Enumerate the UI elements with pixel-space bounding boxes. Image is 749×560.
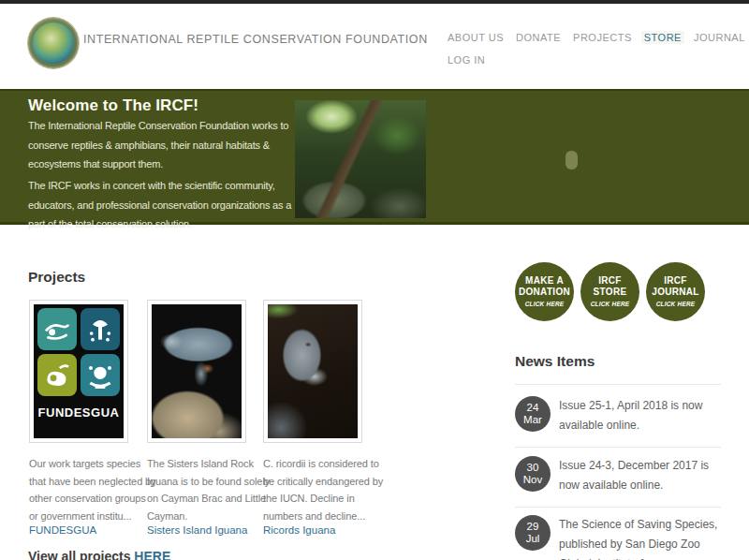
carousel-scroll-thumb[interactable] (565, 151, 578, 169)
main-nav-row2: LOG IN (448, 54, 485, 66)
project-card-sisters-island[interactable] (147, 300, 246, 443)
ircf-store-button[interactable]: IRCF STORE CLICK HERE (580, 262, 639, 321)
view-all-projects: View all projects HERE (28, 549, 170, 560)
news-month: Nov (515, 474, 551, 486)
page: INTERNATIONAL REPTILE CONSERVATION FOUND… (0, 0, 749, 560)
news-day: 30 (515, 462, 551, 474)
hero-paragraph-1: The International Reptile Conservation F… (28, 116, 298, 174)
journal-button-line2: JOURNAL (646, 287, 705, 298)
fundesgua-frog-icon (37, 354, 77, 396)
store-button-line2: STORE (580, 287, 639, 298)
main-nav: ABOUT US DONATE PROJECTS STORE JOURNAL (448, 32, 745, 43)
fundesgua-logo-text: FUNDESGUA (37, 405, 120, 420)
project-link-fundesgua[interactable]: FUNDESGUA (29, 524, 96, 536)
hero-paragraph-2: The IRCF works in concert with the scien… (28, 176, 298, 234)
store-button-line1: IRCF (580, 275, 639, 287)
fundesgua-tiles (37, 308, 120, 396)
news-month: Jul (515, 533, 551, 545)
news-divider (515, 447, 721, 448)
news-day: 24 (515, 402, 551, 414)
news-divider (515, 507, 721, 508)
project-link-sisters-island[interactable]: Sisters Island Iguana (147, 524, 247, 536)
news-month: Mar (515, 414, 551, 426)
hero-title: Welcome to The IRCF! (28, 96, 198, 115)
fundesgua-tree-icon (81, 308, 120, 350)
news-day: 29 (515, 521, 551, 533)
project-description-ricords: C. ricordii is considered to be critical… (263, 455, 390, 524)
nav-about-us[interactable]: ABOUT US (448, 32, 504, 43)
view-all-prefix: View all projects (28, 549, 130, 560)
fundesgua-face-icon (81, 354, 120, 396)
fundesgua-fish-icon (37, 308, 77, 350)
rainforest-photo (295, 100, 426, 218)
sisters-island-iguana-photo (152, 304, 242, 438)
nav-store[interactable]: STORE (641, 31, 684, 44)
view-all-here-link[interactable]: HERE (134, 549, 170, 560)
news-item-text[interactable]: Issue 25-1, April 2018 is now available … (559, 396, 727, 435)
project-link-ricords[interactable]: Ricords Iguana (263, 524, 335, 536)
ircf-journal-button[interactable]: IRCF JOURNAL CLICK HERE (646, 262, 705, 321)
hero-banner: Welcome to The IRCF! The International R… (0, 89, 749, 225)
nav-projects[interactable]: PROJECTS (573, 32, 632, 43)
nav-donate[interactable]: DONATE (516, 32, 561, 43)
news-date-badge: 30 Nov (515, 456, 551, 492)
journal-button-line1: IRCF (646, 275, 705, 287)
donation-button-line1: MAKE A (515, 275, 574, 287)
nav-log-in[interactable]: LOG IN (448, 54, 485, 66)
site-title: INTERNATIONAL REPTILE CONSERVATION FOUND… (83, 33, 428, 46)
news-items-heading: News Items (515, 353, 595, 370)
ircf-logo-icon[interactable] (28, 18, 79, 68)
news-date-badge: 24 Mar (515, 396, 551, 432)
news-item-text[interactable]: The Science of Saving Species, published… (559, 515, 727, 560)
project-description-sisters-island: The Sisters Island Rock Iguana is to be … (147, 455, 274, 524)
news-divider (515, 384, 721, 385)
journal-button-sub: CLICK HERE (646, 301, 705, 307)
site-header: INTERNATIONAL REPTILE CONSERVATION FOUND… (0, 4, 749, 89)
store-button-sub: CLICK HERE (580, 301, 639, 307)
project-card-fundesgua[interactable]: FUNDESGUA (29, 300, 128, 443)
donation-button-line2: DONATION (515, 287, 574, 298)
donation-button-sub: CLICK HERE (515, 301, 574, 307)
projects-heading: Projects (28, 269, 85, 286)
ricords-iguana-photo (268, 304, 358, 438)
news-item-text[interactable]: Issue 24-3, December 2017 is now availab… (559, 456, 727, 495)
nav-journal[interactable]: JOURNAL (694, 32, 745, 43)
news-date-badge: 29 Jul (515, 515, 551, 551)
fundesgua-logo: FUNDESGUA (34, 304, 124, 438)
project-description-fundesgua: Our work targets species that have been … (29, 455, 156, 524)
project-card-ricords[interactable] (263, 300, 362, 443)
make-a-donation-button[interactable]: MAKE A DONATION CLICK HERE (515, 262, 574, 321)
